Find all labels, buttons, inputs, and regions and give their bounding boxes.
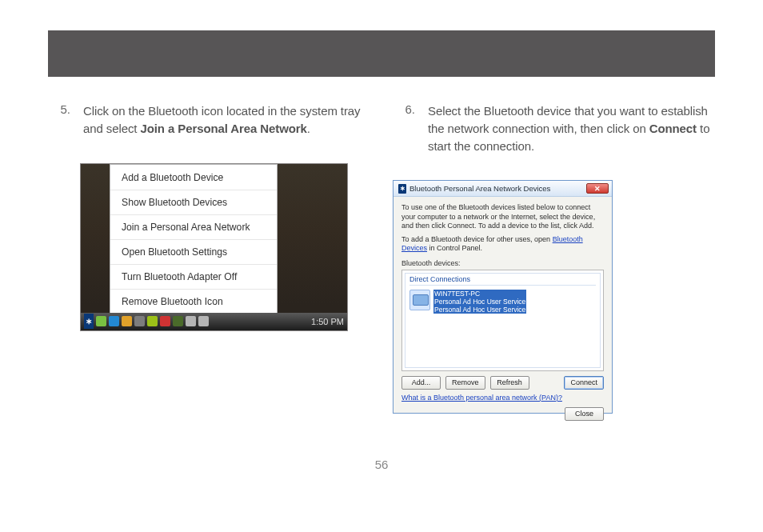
dialog-title: Bluetooth Personal Area Network Devices (409, 184, 550, 193)
menu-item-adapter-off[interactable]: Turn Bluetooth Adapter Off (110, 265, 277, 290)
dialog-body: To use one of the Bluetooth devices list… (393, 197, 612, 425)
tray-icon[interactable] (122, 316, 132, 326)
pan-help-link[interactable]: What is a Bluetooth personal area networ… (401, 394, 562, 402)
device-list[interactable]: Direct Connections WIN7TEST-PC Personal … (401, 270, 604, 371)
close-button[interactable]: Close (565, 407, 604, 421)
device-service: Personal Ad Hoc User Service (433, 298, 526, 306)
step-text: Select the Bluetooth device that you wan… (428, 102, 715, 154)
bluetooth-icon: ∗ (398, 184, 406, 194)
tray-icon[interactable] (147, 316, 158, 326)
screenshot-pan-dialog: ∗ Bluetooth Personal Area Network Device… (393, 180, 613, 414)
column-left: 5. Click on the Bluetooth icon located i… (48, 102, 370, 414)
menu-item-join-pan[interactable]: Join a Personal Area Network (110, 215, 277, 240)
tray-icon[interactable] (134, 316, 145, 326)
taskbar-clock: 1:50 PM (311, 317, 344, 326)
step-5: 5. Click on the Bluetooth icon located i… (48, 102, 370, 138)
tray-icon[interactable] (160, 316, 170, 326)
remove-button[interactable]: Remove (445, 376, 485, 390)
close-x-button[interactable]: ✕ (586, 183, 609, 194)
dialog-titlebar: ∗ Bluetooth Personal Area Network Device… (393, 181, 612, 197)
step-number: 6. (393, 102, 415, 154)
group-direct-connections: Direct Connections WIN7TEST-PC Personal … (405, 273, 601, 368)
tray-icon[interactable] (198, 316, 209, 326)
close-icon: ✕ (594, 185, 601, 193)
content-columns: 5. Click on the Bluetooth icon located i… (48, 102, 715, 414)
device-name: WIN7TEST-PC (433, 290, 526, 298)
system-tray: ∗ (84, 314, 209, 329)
device-item[interactable]: WIN7TEST-PC Personal Ad Hoc User Service… (409, 290, 596, 314)
tray-icon[interactable] (96, 316, 106, 326)
menu-item-show-devices[interactable]: Show Bluetooth Devices (110, 190, 277, 215)
text: To add a Bluetooth device for other uses… (401, 235, 553, 243)
step-6: 6. Select the Bluetooth device that you … (393, 102, 715, 154)
connect-button[interactable]: Connect (564, 376, 604, 390)
list-label: Bluetooth devices: (401, 259, 604, 267)
menu-item-add-device[interactable]: Add a Bluetooth Device (110, 165, 277, 190)
step-text: Click on the Bluetooth icon located in t… (83, 102, 370, 138)
computer-icon (409, 290, 430, 310)
close-row: Close (401, 407, 604, 421)
add-button[interactable]: Add... (401, 376, 441, 390)
text-bold: Join a Personal Area Network (140, 122, 306, 135)
page-number: 56 (0, 458, 763, 471)
taskbar: ∗ 1:50 PM (81, 313, 347, 330)
text-bold: Connect (649, 122, 697, 135)
column-right: 6. Select the Bluetooth device that you … (393, 102, 715, 414)
text: in Control Panel. (427, 244, 482, 252)
header-bar (48, 30, 715, 77)
button-row: Add... Remove Refresh Connect (401, 376, 604, 390)
screenshot-context-menu: Add a Bluetooth Device Show Bluetooth De… (80, 163, 348, 331)
help-row: What is a Bluetooth personal area networ… (401, 394, 604, 402)
menu-item-open-settings[interactable]: Open Bluetooth Settings (110, 240, 277, 265)
tray-icon[interactable] (186, 316, 196, 326)
step-number: 5. (48, 102, 70, 138)
tray-icon[interactable] (173, 316, 183, 326)
dialog-intro1: To use one of the Bluetooth devices list… (401, 203, 604, 230)
bluetooth-context-menu: Add a Bluetooth Device Show Bluetooth De… (110, 164, 278, 314)
text: . (307, 122, 310, 135)
refresh-button[interactable]: Refresh (490, 376, 529, 390)
dialog-intro2: To add a Bluetooth device for other uses… (401, 235, 604, 254)
tray-icon[interactable] (109, 316, 119, 326)
bluetooth-icon[interactable]: ∗ (84, 314, 94, 329)
menu-item-remove-icon[interactable]: Remove Bluetooth Icon (110, 290, 277, 314)
group-title: Direct Connections (405, 274, 600, 288)
device-service: Personal Ad Hoc User Service (433, 306, 526, 314)
